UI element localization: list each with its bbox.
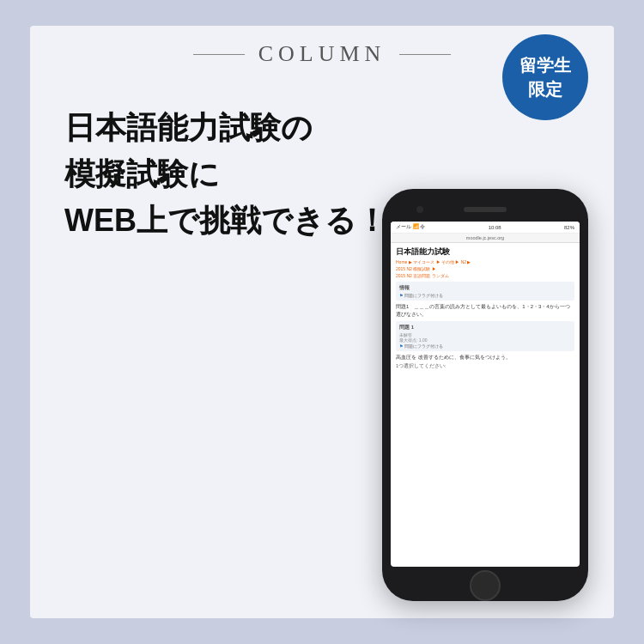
section2-sub2: 最大得点: 1.00 xyxy=(399,337,571,343)
phone-outer-frame: メール 📶 令 10:08 82% moodle.jc.jesc.org 日本語… xyxy=(382,189,588,601)
screen-question-text: 問題1 ＿＿＿の言葉の読み方として最もよいものを、1・2・3・4から一つ選びなさ… xyxy=(396,303,574,319)
section2-flag: ⚑ 問題にフラグ付ける xyxy=(399,343,571,349)
screen-content: 日本語能力試験 Home ▶ マイコース ▶ その他 ▶ N2 ▶ 2015 N… xyxy=(391,243,580,373)
section1-label: 情報 xyxy=(399,284,571,292)
status-left: メール 📶 令 xyxy=(396,223,425,231)
badge-line2: 限定 xyxy=(528,77,562,101)
phone-screen: メール 📶 令 10:08 82% moodle.jc.jesc.org 日本語… xyxy=(391,222,580,567)
status-time: 10:08 xyxy=(489,225,501,230)
screen-answer-text: 高血圧を 改善するために、食事に気をつけよう。 xyxy=(396,354,574,361)
phone-speaker xyxy=(464,207,507,212)
header-line-left xyxy=(193,54,245,55)
screen-answer-section: 問題 1 未解答 最大得点: 1.00 ⚑ 問題にフラグ付ける xyxy=(396,321,574,351)
phone-home-button[interactable] xyxy=(470,570,501,601)
badge-line1: 留学生 xyxy=(519,53,571,77)
status-bar: メール 📶 令 10:08 82% xyxy=(391,222,580,234)
heading-line1: 日本語能力試験の xyxy=(64,110,313,145)
article-card: COLUMN 留学生 限定 日本語能力試験の 模擬試験に WEB上で挑戦できる！… xyxy=(30,26,614,618)
screen-page-title: 日本語能力試験 xyxy=(396,246,574,258)
main-text-block: 日本語能力試験の 模擬試験に WEB上で挑戦できる！ xyxy=(30,79,422,244)
section1-flag: ⚑ 問題にフラグ付ける xyxy=(399,293,571,298)
heading-line3: WEB上で挑戦できる！ xyxy=(64,203,387,238)
screen-select-hint: 1つ選択してください: xyxy=(396,363,574,369)
section2-label: 問題 1 xyxy=(399,324,571,331)
phone-camera xyxy=(416,206,423,213)
column-title: COLUMN xyxy=(258,41,386,67)
header-line-right xyxy=(399,54,451,55)
screen-breadcrumb1: Home ▶ マイコース ▶ その他 ▶ N2 ▶ xyxy=(396,259,574,265)
screen-breadcrumb3: 2015 N2 言語問題 ランダム xyxy=(396,273,574,279)
student-badge: 留学生 限定 xyxy=(502,34,588,120)
phone-top-bar xyxy=(391,201,580,218)
status-right: 82% xyxy=(564,225,574,230)
heading-line2: 模擬試験に xyxy=(64,156,220,191)
screen-breadcrumb2: 2015 N2 模擬試験 ▶ xyxy=(396,266,574,272)
url-bar: moodle.jc.jesc.org xyxy=(391,234,580,243)
phone-mockup: メール 📶 令 10:08 82% moodle.jc.jesc.org 日本語… xyxy=(382,189,588,601)
url-text: moodle.jc.jesc.org xyxy=(466,235,504,240)
main-heading: 日本語能力試験の 模擬試験に WEB上で挑戦できる！ xyxy=(64,105,387,244)
screen-info-section: 情報 ⚑ 問題にフラグ付ける xyxy=(396,282,574,301)
